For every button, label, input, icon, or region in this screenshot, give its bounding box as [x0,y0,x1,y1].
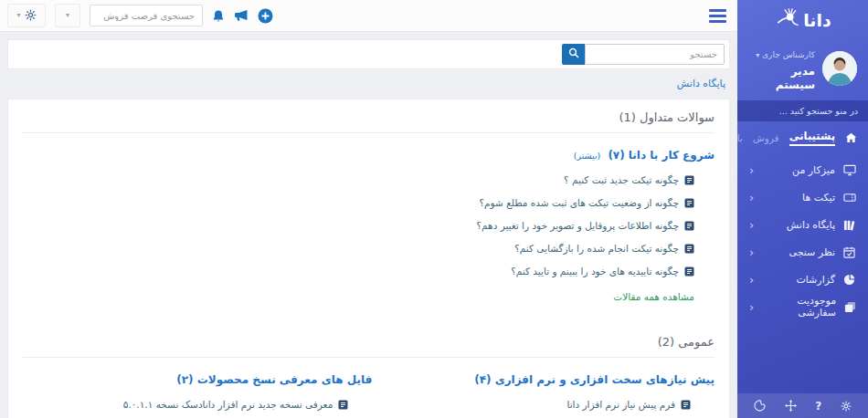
faq-panel: سوالات متداول (1) شروع کار با دانا (۷) (… [7,99,730,418]
knowledge-search-group [562,44,725,65]
home-icon[interactable] [845,132,857,143]
knowledge-search-input[interactable] [585,44,725,65]
user-name: مدیر سیستم [748,65,815,92]
opportunity-search-input[interactable] [90,5,203,26]
article-link[interactable]: فرم پیش نیاز نرم افزار دانا [372,399,691,410]
article-list: چگونه تیکت جدید ثبت کنیم ؟ چگونه از وضعی… [23,174,694,277]
logo-text: دانا [803,10,831,30]
notifications-bell-icon[interactable] [212,9,225,23]
general-columns: پیش نیازهای سخت افزاری و نرم افزاری (۴) … [23,370,715,418]
section-general: عمومی (2) پیش نیازهای سخت افزاری و نرم ا… [23,335,715,418]
category-prerequisites: پیش نیازهای سخت افزاری و نرم افزاری (۴) … [372,370,715,418]
survey-calendar-icon [842,246,856,258]
sidebar-item-survey[interactable]: نظر سنجی ‹ [737,238,868,266]
tab-support[interactable]: پشتیبانی [789,130,835,146]
pie-chart-icon [842,274,856,286]
category-title[interactable]: فایل های معرفی نسخ محصولات (۲) [176,373,372,386]
settings-icon[interactable] [841,401,852,412]
announcements-megaphone-icon[interactable] [234,9,249,22]
help-icon[interactable]: ? [815,400,821,413]
gear-icon [25,7,37,25]
sidebar-item-knowledge-base[interactable]: پایگاه دانش ‹ [737,211,868,238]
menu-search-input[interactable]: در منو جستجو کنید ... [737,100,868,121]
article-icon [684,175,694,185]
user-role-label: کارشناس جاری ▾ [756,50,815,59]
category-getting-started: شروع کار با دانا (۷) (بیشتر) چگونه تیکت … [23,145,715,304]
settings-dropdown[interactable]: ▾ [7,4,46,27]
chevron-left-icon: ‹ [749,164,754,176]
user-text: کارشناس جاری ▾ مدیر سیستم [748,44,815,92]
sidebar-item-tickets[interactable]: تیکت ها ‹ [737,183,868,211]
category-title[interactable]: پیش نیازهای سخت افزاری و نرم افزاری (۴) [474,373,715,386]
sidebar: دانا [737,0,868,418]
article-icon [684,198,694,208]
chevron-left-icon: ‹ [749,301,754,313]
app-root: ▾ ▾ [0,0,868,418]
hoopoe-bird-logo-icon [774,7,799,33]
article-icon [338,400,348,410]
monitor-icon [842,164,856,176]
caret-down-icon: ▾ [66,12,69,19]
sidebar-nav: میزکار من ‹ تیکت ها ‹ پایگاه دانش ‹ [737,152,868,320]
search-icon [568,47,579,61]
caret-down-icon: ▾ [756,51,759,59]
article-link[interactable]: چگونه تیکت انجام شده را بازگشایی کنم؟ [23,243,694,254]
article-list: فرم پیش نیاز نرم افزار دانا فرم پیش نیاز… [372,399,691,418]
sidebar-item-my-desk[interactable]: میزکار من ‹ [737,156,868,183]
chevron-left-icon: ‹ [749,219,754,231]
sidebar-item-custom-entity[interactable]: موجودیت سفارشی ‹ [737,293,868,320]
article-list: معرفی نسخه جدید نرم افزار دانادسک نسخه ۵… [23,399,348,418]
article-link[interactable]: چگونه اطلاعات پروفایل و تصویر خود را تغی… [23,220,694,231]
current-user[interactable]: کارشناس جاری ▾ مدیر سیستم [737,37,868,100]
avatar [822,51,857,86]
knowledge-search-panel [7,39,730,69]
books-icon [842,219,856,231]
article-link[interactable]: چگونه از وضعیت تیکت های ثبت شده مطلع شوم… [23,197,694,208]
article-icon [684,221,694,231]
sidebar-item-reports[interactable]: گزارشات ‹ [737,266,868,293]
view-all-articles-link[interactable]: مشاهده همه مقالات [613,291,694,302]
section-title-faq: سوالات متداول (1) [23,110,715,133]
chevron-left-icon: ‹ [749,246,754,258]
entity-dropdown[interactable]: ▾ [55,4,80,27]
module-tabs: پشتیبانی فروش بازاریابی [737,121,868,152]
article-icon [684,244,694,254]
caret-down-icon: ▾ [16,12,20,19]
article-link[interactable]: معرفی نسخه جدید نرم افزار دانادسک نسخه ۵… [23,399,348,410]
layers-icon [843,301,856,313]
main-content: پایگاه دانش سوالات متداول (1) شروع کار ب… [0,33,737,418]
menu-hamburger-icon[interactable] [709,9,726,23]
tab-sales[interactable]: فروش [753,132,779,143]
tab-marketing[interactable]: بازاریابی [737,132,743,143]
chevron-left-icon: ‹ [749,192,754,204]
category-title[interactable]: شروع کار با دانا (۷) [608,149,715,162]
knowledge-search-button[interactable] [562,44,585,65]
breadcrumb[interactable]: پایگاه دانش [12,78,725,89]
article-link[interactable]: چگونه تیکت جدید ثبت کنیم ؟ [23,174,694,185]
article-link[interactable]: چگونه تاییدیه های خود را ببینم و تایید ک… [23,266,694,277]
theme-palette-icon[interactable] [754,400,766,412]
section-title-general: عمومی (2) [23,335,715,358]
article-icon [681,400,691,410]
sidebar-footer: ? [737,393,868,418]
move-icon[interactable] [785,400,797,412]
category-product-files: فایل های معرفی نسخ محصولات (۲) معرفی نسخ… [23,370,372,418]
article-icon [684,266,694,277]
topbar: ▾ ▾ [0,0,737,32]
chevron-left-icon: ‹ [749,274,754,286]
category-more-link[interactable]: (بیشتر) [574,151,601,161]
app-logo[interactable]: دانا [737,0,868,37]
ticket-icon [842,193,856,203]
quick-add-plus-icon[interactable] [258,8,273,24]
